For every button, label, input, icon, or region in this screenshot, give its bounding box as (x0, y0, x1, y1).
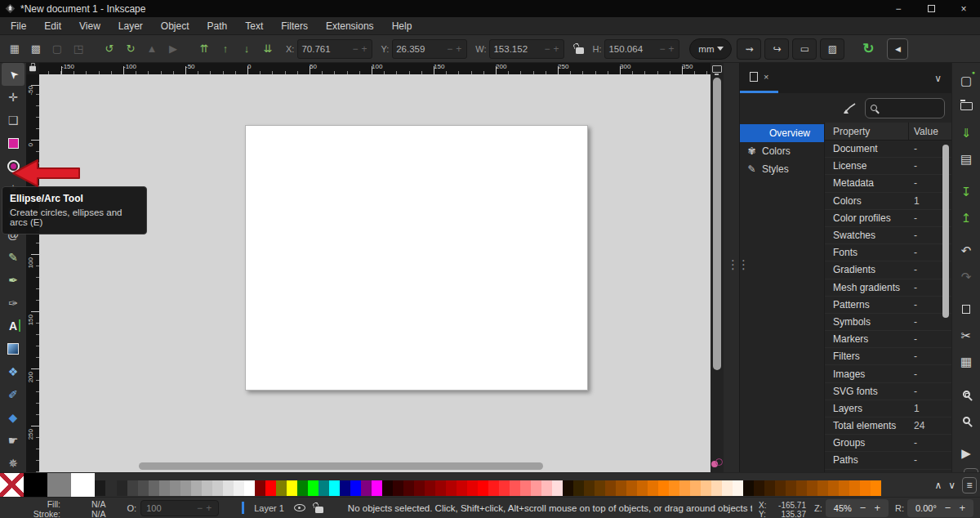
plus-stepper[interactable]: + (959, 502, 965, 514)
plus-stepper[interactable]: + (359, 43, 368, 55)
table-row[interactable]: Metadata - (825, 175, 951, 192)
text-tool[interactable]: A (2, 315, 24, 337)
palette-swatch[interactable] (775, 480, 786, 496)
palette-swatch[interactable] (202, 480, 212, 496)
palette-swatch[interactable] (95, 480, 105, 496)
palette-swatch[interactable] (0, 472, 24, 497)
palette-swatch[interactable] (510, 480, 520, 496)
palette-swatch[interactable] (191, 480, 202, 496)
tab-close-icon[interactable]: × (764, 72, 768, 82)
table-row[interactable]: Images - (825, 365, 951, 382)
table-row[interactable]: Symbols - (825, 314, 951, 331)
new-document[interactable]: ▢ ● (956, 69, 977, 91)
open-document[interactable] (956, 96, 977, 117)
palette-swatch[interactable] (159, 480, 170, 496)
palette-swatch[interactable] (552, 480, 563, 496)
y-field[interactable]: 26.359−+ (392, 39, 467, 59)
palette-swatch[interactable] (711, 480, 722, 496)
selector-tool[interactable]: ➤ (2, 63, 24, 86)
palette-swatch[interactable] (71, 472, 95, 497)
plus-stepper[interactable]: + (551, 43, 560, 55)
palette-swatch[interactable] (149, 480, 159, 496)
menu-item[interactable]: Extensions (318, 19, 381, 33)
palette-swatch[interactable] (127, 480, 138, 496)
palette-swatch[interactable] (297, 480, 308, 496)
minus-stepper[interactable]: − (945, 502, 951, 514)
spray-tool[interactable]: ✵ (2, 452, 24, 472)
palette-swatch[interactable] (244, 480, 255, 496)
palette-swatch[interactable] (318, 480, 329, 496)
palette-swatch[interactable] (786, 480, 796, 496)
import-image[interactable]: ↧ (956, 181, 977, 202)
w-field[interactable]: 153.152−+ (489, 39, 564, 59)
palette-swatch[interactable] (573, 480, 584, 496)
splitter-handle-icon[interactable]: ⋮⋮ (727, 257, 748, 272)
cut[interactable]: ✂ (956, 324, 977, 346)
scale-stroke-toggle[interactable]: ⇝ (737, 38, 761, 60)
palette-swatch[interactable] (743, 480, 754, 496)
canvas[interactable] (39, 74, 710, 472)
vertical-scrollbar[interactable] (713, 76, 721, 456)
undo[interactable]: ↶ (956, 239, 977, 261)
calligraphy-tool[interactable]: ✑ (2, 292, 24, 315)
search-input[interactable] (865, 98, 945, 118)
menu-item[interactable]: Text (238, 19, 270, 33)
h-field[interactable]: 150.064−+ (604, 39, 679, 59)
document-resources-tab[interactable]: × (740, 63, 778, 93)
layer-name[interactable]: Layer 1 (254, 503, 284, 513)
palette-swatch[interactable] (457, 480, 467, 496)
rotate-cw[interactable]: ↻ (121, 39, 140, 59)
palette-swatch[interactable] (361, 480, 372, 496)
palette-swatch[interactable] (212, 480, 223, 496)
minus-stepper[interactable]: − (860, 502, 866, 514)
layer-visibility-eye-icon[interactable] (294, 504, 305, 511)
palette-swatch[interactable] (467, 480, 478, 496)
x-field[interactable]: 70.761−+ (297, 39, 372, 59)
palette-swatch[interactable] (414, 480, 425, 496)
document-page[interactable] (245, 125, 588, 391)
tweak-tool[interactable]: ☛ (2, 429, 24, 452)
palette-swatch[interactable] (733, 480, 743, 496)
raise[interactable]: ↑ (216, 39, 235, 59)
minus-stepper[interactable]: − (445, 43, 454, 55)
snapping-toggle[interactable]: ↻ (858, 38, 879, 60)
palette-swatch[interactable] (403, 480, 414, 496)
minimize-button[interactable]: − (882, 0, 915, 17)
expand[interactable]: ▶ (956, 442, 977, 463)
fill-stroke-indicator[interactable]: Fill: N/A Stroke: N/A (0, 499, 106, 518)
table-row[interactable]: SVG fonts - (825, 383, 951, 400)
palette-swatch[interactable] (180, 480, 191, 496)
minus-stepper[interactable]: − (350, 43, 359, 55)
opacity-field[interactable]: 100 − + (140, 500, 219, 516)
palette-swatch[interactable] (616, 480, 626, 496)
units-dropdown[interactable]: mm (689, 38, 732, 60)
palette-swatch[interactable] (308, 480, 318, 496)
palette-swatch[interactable] (350, 480, 361, 496)
palette-swatch[interactable] (648, 480, 658, 496)
palette-swatch[interactable] (690, 480, 701, 496)
palette-swatch[interactable] (754, 480, 764, 496)
menu-item[interactable]: Help (385, 19, 420, 33)
pencil-tool[interactable]: ✎ (2, 246, 24, 269)
menu-item[interactable]: Path (200, 19, 235, 33)
paint-bucket-tool[interactable]: ◆ (2, 406, 24, 429)
palette-swatch[interactable] (764, 480, 775, 496)
menu-item[interactable]: Object (154, 19, 197, 33)
palette-swatch[interactable] (669, 480, 679, 496)
raise-to-top[interactable]: ⇈ (194, 39, 214, 59)
palette-swatch[interactable] (265, 480, 276, 496)
lower[interactable]: ↓ (237, 39, 256, 59)
minus-stepper[interactable]: − (195, 502, 204, 514)
move-patterns-toggle[interactable]: ▨ (820, 38, 844, 60)
lock-ratio-icon[interactable] (576, 47, 584, 54)
horizontal-scrollbar[interactable] (39, 462, 710, 471)
rotation-field[interactable]: 0.00° − + (907, 499, 973, 517)
flip-vertical[interactable]: ▶ (163, 39, 183, 59)
zoom-to-selection[interactable] (956, 383, 977, 404)
palette-swatch[interactable] (563, 480, 573, 496)
zoom-field[interactable]: 45% − + (826, 499, 889, 517)
select-all-layers[interactable]: ▩ (26, 39, 46, 59)
palette-swatch[interactable] (446, 480, 457, 496)
lower-to-bottom[interactable]: ⇊ (258, 39, 278, 59)
palette-swatch[interactable] (425, 480, 435, 496)
